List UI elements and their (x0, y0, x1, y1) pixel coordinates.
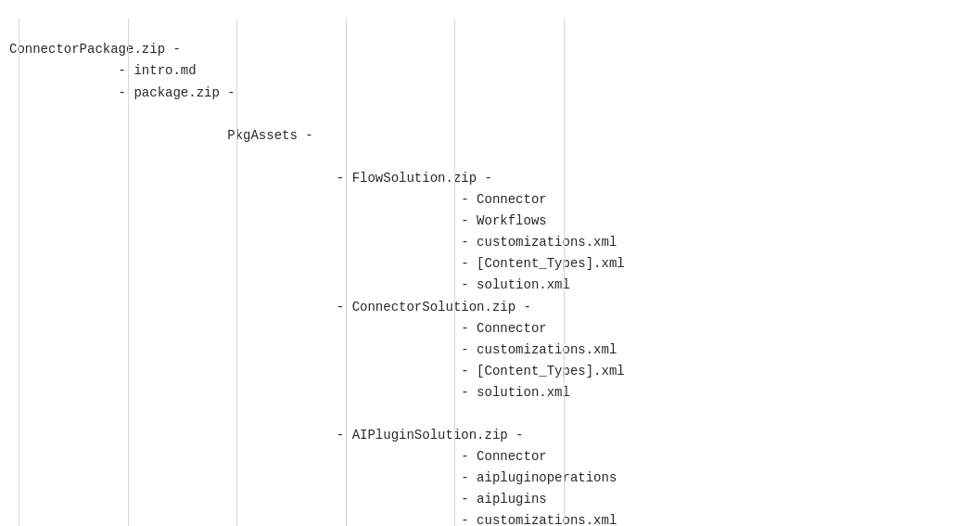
tree-line: - customizations.xml (9, 232, 971, 253)
file-tree: ConnectorPackage.zip - - intro.md - pack… (9, 19, 971, 526)
tree-line: - AIPluginSolution.zip - (9, 425, 971, 446)
tree-line: - package.zip - (9, 83, 971, 104)
tree-line: - aiplugins (9, 489, 971, 510)
tree-line: - [Content_Types].xml (9, 361, 971, 382)
tree-line: PkgAssets - (9, 125, 971, 147)
tree-line: - customizations.xml (9, 340, 971, 361)
tree-line (9, 104, 971, 125)
tree-line: - aipluginoperations (9, 468, 971, 489)
tree-line: - solution.xml (9, 275, 971, 296)
tree-line: - Connector (9, 446, 971, 468)
tree-line: - Workflows (9, 211, 971, 232)
tree-line: - solution.xml (9, 382, 971, 404)
tree-line: - Connector (9, 189, 971, 211)
tree-line: - [Content_Types].xml (9, 253, 971, 275)
tree-line: - intro.md (9, 60, 971, 82)
tree-line: - Connector (9, 318, 971, 340)
tree-line: - customizations.xml (9, 510, 971, 526)
tree-line (9, 404, 971, 425)
tree-line: - FlowSolution.zip - (9, 168, 971, 189)
tree-line (9, 147, 971, 168)
tree-line: ConnectorPackage.zip - (9, 39, 971, 60)
tree-line: - ConnectorSolution.zip - (9, 297, 971, 318)
